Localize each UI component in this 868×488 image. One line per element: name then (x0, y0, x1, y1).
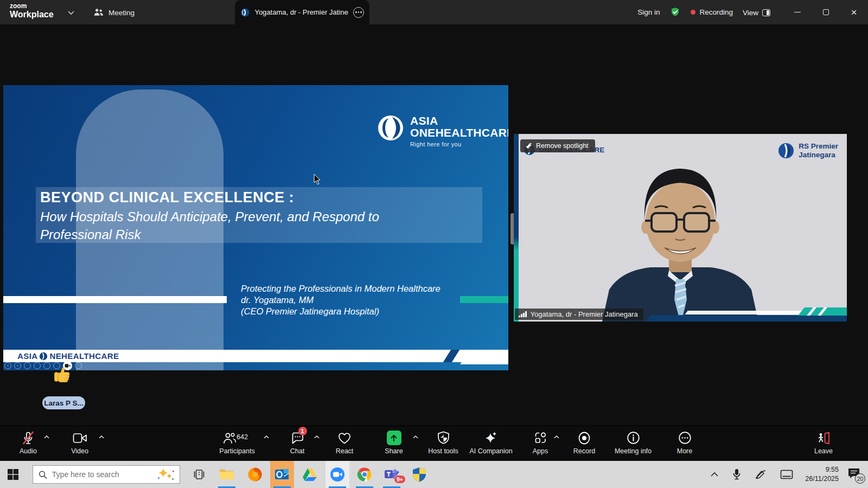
host-tools-shield-icon (437, 431, 450, 445)
audio-label: Audio (20, 447, 37, 455)
leave-door-icon (816, 431, 831, 445)
meeting-info-icon (627, 431, 640, 445)
slide-teal-bar (460, 296, 508, 303)
taskbar-outlook[interactable] (270, 461, 294, 488)
video-bg-navy-band (646, 315, 847, 322)
tab-meeting[interactable]: Meeting (93, 4, 135, 21)
search-input[interactable] (52, 470, 150, 479)
remove-spotlight-label: Remove spotlight (536, 142, 589, 150)
reaction-sender-name: Laras P S... (42, 396, 85, 409)
video-button[interactable]: Video (44, 431, 115, 455)
spotlight-video-tile[interactable]: ONEHEALTHCARE Remove spotlight RS Premie… (514, 134, 847, 322)
recording-dot-icon (691, 10, 695, 15)
more-label: More (677, 447, 692, 455)
task-view-button[interactable] (187, 461, 211, 488)
video-options-chevron-icon[interactable] (98, 435, 105, 439)
security-shield-check-icon[interactable] (669, 7, 681, 18)
zoom-meeting-window: zoom Workplace Meeting Yogatama, dr - Pr… (0, 0, 868, 488)
next-slide-icon[interactable]: › (14, 362, 21, 369)
brand-tagline: Right here for you (410, 142, 508, 148)
zoom-tool-icon[interactable] (43, 362, 50, 369)
credit-line1: Protecting the Professionals in Modern H… (241, 284, 441, 293)
minimize-button[interactable] (783, 0, 812, 24)
meeting-main-area: ASIA ONEHEALTHCARE Right here for you BE… (0, 24, 868, 426)
video-label: Video (71, 447, 88, 455)
more-button[interactable]: More (649, 431, 720, 455)
tray-clock[interactable]: 9:55 26/11/2025 (805, 465, 839, 484)
record-label: Record (573, 447, 595, 455)
video-bg-white-band (685, 311, 801, 314)
recording-indicator: Recording (691, 8, 733, 16)
slide-footer-wedge (460, 358, 508, 364)
footer-brand-right: NEHEALTHCARE (49, 351, 119, 361)
prev-slide-icon[interactable]: ‹ (4, 362, 11, 369)
onehealthcare-logo-icon (378, 115, 404, 141)
zoom-app-icon (329, 466, 346, 483)
start-button[interactable] (1, 461, 25, 488)
meeting-toolbar: Audio Video 642 Pa (0, 426, 868, 461)
slide-brand-logo: ASIA ONEHEALTHCARE Right here for you (378, 115, 508, 148)
speaker-video-feed (514, 134, 847, 322)
hide-toolbar-icon[interactable] (75, 362, 82, 369)
apps-label: Apps (533, 447, 548, 455)
react-label: React (336, 447, 354, 455)
slide-title: BEYOND CLINICAL EXCELLENCE : (40, 189, 294, 206)
action-center-button[interactable]: 20 (847, 467, 860, 481)
video-camera-icon (73, 433, 87, 444)
host-tools-label: Host tools (428, 447, 458, 455)
participants-label: Participants (219, 447, 254, 455)
apps-icon (534, 431, 547, 445)
tray-chevron-up-icon[interactable] (710, 471, 719, 478)
show-slides-icon[interactable] (34, 362, 41, 369)
tray-touch-keyboard-icon[interactable] (780, 470, 793, 479)
tray-pen-icon[interactable] (754, 469, 767, 480)
rs-premier-line1: RS Premier (799, 142, 838, 151)
taskbar-file-explorer[interactable] (215, 461, 239, 488)
tab-options-ellipsis-icon[interactable] (353, 7, 364, 18)
leave-label: Leave (814, 447, 833, 455)
chrome-icon (356, 466, 373, 483)
thumbs-up-reaction (52, 363, 74, 385)
taskbar-search[interactable] (33, 465, 180, 484)
taskbar-chrome[interactable] (353, 461, 376, 488)
close-button[interactable]: × (840, 0, 868, 24)
sign-in-button[interactable]: Sign in (637, 8, 660, 16)
maximize-button[interactable] (812, 0, 840, 24)
window-controls: × (783, 0, 868, 24)
view-layout-icon (762, 9, 770, 16)
taskbar-teams[interactable]: 9+ (380, 461, 404, 488)
outlook-icon (274, 466, 290, 483)
view-button[interactable]: View (743, 8, 770, 17)
recording-label: Recording (699, 8, 733, 16)
rs-premier-logo: RS Premier Jatinegara (778, 142, 838, 159)
leave-button[interactable]: Leave (788, 431, 859, 455)
tray-time: 9:55 (805, 465, 839, 474)
remove-spotlight-button[interactable]: Remove spotlight (520, 139, 595, 152)
brand-line2: ONEHEALTHCARE (410, 127, 508, 139)
participants-count: 642 (237, 433, 248, 441)
tab-active-meeting[interactable]: Yogatama, dr - Premier Jatinegara (235, 0, 369, 24)
windows-taskbar: 9+ (0, 461, 868, 488)
workspace-chevron-down-icon[interactable] (67, 10, 75, 15)
tab-active-title: Yogatama, dr - Premier Jatinegara (254, 8, 348, 16)
record-icon (577, 431, 591, 445)
taskbar-windows-security[interactable] (407, 461, 431, 488)
rs-premier-line2: Jatinegara (799, 151, 838, 159)
footer-logo-circle-icon (39, 352, 48, 361)
taskbar-google-drive[interactable] (298, 461, 322, 488)
logo-text-zoom: zoom (10, 3, 54, 9)
pin-icon (525, 143, 532, 150)
participant-name-tag: Yogatama, dr - Premier Jatinegara (515, 309, 643, 320)
tray-mic-icon[interactable] (732, 468, 741, 480)
chat-label: Chat (290, 447, 304, 455)
windows-logo-icon (7, 468, 19, 480)
ai-companion-sparkle-icon (484, 431, 498, 445)
taskbar-firefox[interactable] (243, 461, 267, 488)
teams-badge: 9+ (394, 475, 406, 484)
slide-white-bar (3, 296, 227, 303)
mic-muted-icon (22, 431, 35, 445)
pen-tool-icon[interactable] (24, 362, 31, 369)
taskbar-zoom[interactable] (326, 461, 349, 488)
onehealthcare-tab-icon (240, 7, 250, 18)
tray-date: 26/11/2025 (805, 474, 839, 484)
